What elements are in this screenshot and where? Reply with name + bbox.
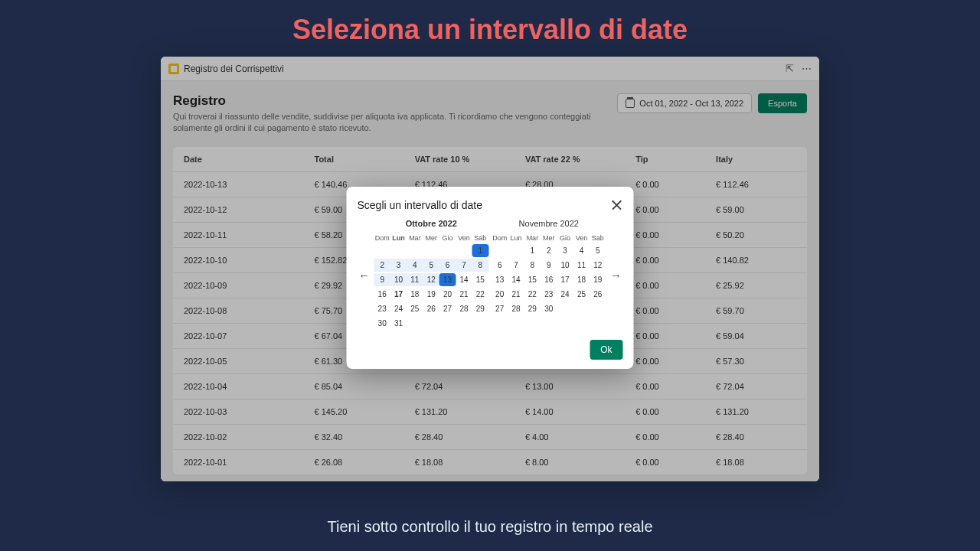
day-of-week: Mer (541, 233, 557, 243)
calendar-day[interactable]: 31 (390, 317, 407, 330)
calendar-day[interactable]: 25 (407, 302, 423, 315)
calendar-day[interactable]: 23 (374, 302, 390, 315)
day-of-week: Lun (390, 233, 407, 243)
date-picker-modal: Scegli un intervallo di date ← Ottobre 2… (347, 187, 634, 369)
close-icon[interactable] (611, 199, 623, 211)
calendar-day[interactable]: 27 (439, 302, 456, 315)
calendar-day[interactable]: 28 (508, 302, 524, 315)
calendar-day[interactable]: 11 (573, 259, 590, 272)
calendar-day[interactable]: 6 (492, 259, 508, 272)
month-view: Novembre 2022DomLunMarMerGioVenSab..1234… (492, 219, 606, 331)
calendar-day[interactable]: 30 (541, 302, 557, 315)
ok-button[interactable]: Ok (590, 340, 622, 360)
calendar-day[interactable]: 20 (492, 288, 508, 301)
calendar-day[interactable]: 12 (423, 273, 439, 286)
calendar-day[interactable]: 10 (390, 273, 407, 286)
calendar-day[interactable]: 30 (374, 317, 390, 330)
day-of-week: Sab (472, 233, 488, 243)
calendar-day[interactable]: 8 (472, 259, 488, 272)
calendar-day[interactable]: 21 (508, 288, 524, 301)
calendar-day[interactable]: 22 (524, 288, 541, 301)
marketing-subtitle: Tieni sotto controllo il tuo registro in… (0, 518, 980, 536)
calendar-day[interactable]: 18 (573, 273, 590, 286)
next-month-icon[interactable]: → (609, 268, 623, 282)
month-label: Novembre 2022 (492, 219, 606, 228)
calendar-day[interactable]: 12 (590, 259, 606, 272)
day-of-week: Dom (492, 233, 508, 243)
month-label: Ottobre 2022 (374, 219, 489, 228)
calendar-day[interactable]: 7 (456, 259, 472, 272)
calendar-day[interactable]: 17 (557, 273, 573, 286)
calendar-day[interactable]: 4 (573, 244, 590, 257)
calendar-day[interactable]: 22 (472, 288, 488, 301)
calendar-day[interactable]: 3 (557, 244, 573, 257)
calendar-day[interactable]: 9 (541, 259, 557, 272)
calendar-day[interactable]: 11 (407, 273, 423, 286)
calendar-day[interactable]: 18 (407, 288, 423, 301)
calendar-day[interactable]: 14 (508, 273, 524, 286)
calendar-day[interactable]: 5 (423, 259, 439, 272)
calendar-day[interactable]: 2 (374, 259, 390, 272)
day-of-week: Mar (407, 233, 423, 243)
calendar-day[interactable]: 15 (524, 273, 541, 286)
day-of-week: Ven (456, 233, 472, 243)
calendar-day[interactable]: 28 (456, 302, 472, 315)
calendar-day[interactable]: 7 (508, 259, 524, 272)
calendar-day[interactable]: 13 (492, 273, 508, 286)
calendar-day[interactable]: 15 (472, 273, 488, 286)
calendar-day[interactable]: 1 (472, 244, 488, 257)
app-window: Registro dei Corrispettivi ⇱ ⋯ Registro … (161, 57, 819, 481)
calendar-day[interactable]: 20 (439, 288, 456, 301)
calendar-day[interactable]: 6 (439, 259, 456, 272)
calendar-day[interactable]: 23 (541, 288, 557, 301)
calendar-day[interactable]: 10 (557, 259, 573, 272)
month-view: Ottobre 2022DomLunMarMerGioVenSab......1… (374, 219, 489, 331)
calendar-day[interactable]: 29 (472, 302, 488, 315)
calendar-day[interactable]: 25 (573, 288, 590, 301)
calendar-day[interactable]: 5 (590, 244, 606, 257)
calendar-day[interactable]: 19 (423, 288, 439, 301)
calendar-day[interactable]: 24 (557, 288, 573, 301)
modal-title: Scegli un intervallo di date (358, 199, 482, 211)
calendar-day[interactable]: 16 (541, 273, 557, 286)
marketing-title: Seleziona un intervallo di date (0, 0, 980, 57)
calendar-day[interactable]: 9 (374, 273, 390, 286)
day-of-week: Lun (508, 233, 524, 243)
calendar-day[interactable]: 21 (456, 288, 472, 301)
calendar-day[interactable]: 3 (390, 259, 407, 272)
calendar-day[interactable]: 14 (456, 273, 472, 286)
calendar-day[interactable]: 29 (524, 302, 541, 315)
day-of-week: Gio (557, 233, 573, 243)
calendar-day[interactable]: 27 (492, 302, 508, 315)
calendar-day[interactable]: 16 (374, 288, 390, 301)
day-of-week: Dom (374, 233, 390, 243)
calendar-day[interactable]: 19 (590, 273, 606, 286)
calendar-day[interactable]: 26 (423, 302, 439, 315)
calendar-day[interactable]: 2 (541, 244, 557, 257)
prev-month-icon[interactable]: ← (358, 268, 371, 282)
day-of-week: Sab (590, 233, 606, 243)
day-of-week: Ven (573, 233, 590, 243)
calendar-day[interactable]: 8 (524, 259, 541, 272)
day-of-week: Mar (524, 233, 541, 243)
calendar-day[interactable]: 4 (407, 259, 423, 272)
calendar-day[interactable]: 17 (390, 288, 407, 301)
calendar-day[interactable]: 24 (390, 302, 407, 315)
day-of-week: Mer (423, 233, 439, 243)
calendar-day[interactable]: 1 (524, 244, 541, 257)
calendar-day[interactable]: 26 (590, 288, 606, 301)
calendar-day[interactable]: 13 (439, 273, 456, 286)
day-of-week: Gio (439, 233, 456, 243)
